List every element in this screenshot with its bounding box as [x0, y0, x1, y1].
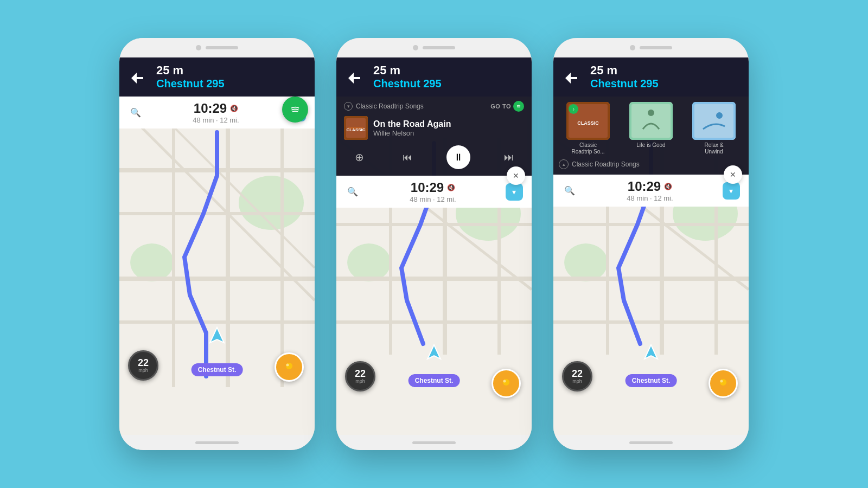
svg-point-59 [720, 380, 723, 383]
car-arrow-icon-2 [426, 344, 442, 362]
sound-icon-1: 🔇 [230, 105, 238, 112]
prev-track-button[interactable]: ⏮ [398, 147, 417, 167]
chevron-up-icon[interactable]: ▴ [559, 159, 569, 169]
spotify-logo [515, 103, 522, 110]
expand-button-3[interactable]: ▾ [723, 182, 740, 200]
nav-header-3: 25 m Chestnut 295 [553, 57, 749, 97]
trip-info-3: 48 min · 12 mi. [627, 194, 673, 202]
car-arrow-icon [209, 326, 225, 346]
time-3: 10:29 [628, 179, 661, 194]
nav-arrow-1 [209, 326, 225, 348]
playlist-item-2[interactable]: Life is Good [622, 102, 680, 155]
phone-top-1 [119, 38, 315, 57]
home-bar-3 [553, 435, 749, 450]
nav-street-2: Chestnut 295 [373, 77, 523, 90]
phone-top-2 [336, 38, 532, 57]
home-pill-2 [412, 441, 456, 444]
screen-3: 25 m Chestnut 295 CLASSIC [553, 57, 749, 435]
bottom-bar-3: 🔍 10:29 🔇 48 min · 12 mi. ▾ [553, 175, 749, 207]
speed-number-1: 22 [138, 358, 149, 368]
street-label-2: Chestnut St. [409, 374, 460, 387]
spotify-fab-1[interactable] [282, 97, 308, 123]
svg-point-35 [503, 380, 506, 383]
playlist-panel-wrapper: CLASSIC ♪ ClassicRoadtrip So... [553, 97, 749, 175]
goto-spotify[interactable]: GO TO [490, 101, 524, 112]
playlist-item-3[interactable]: Relax &Unwind [685, 102, 743, 155]
next-track-button[interactable]: ⏭ [499, 147, 519, 167]
playlist-grid: CLASSIC ♪ ClassicRoadtrip So... [559, 102, 743, 155]
svg-text:CLASSIC: CLASSIC [577, 120, 599, 126]
street-label-1: Chestnut St. [192, 363, 243, 376]
phone-3: 25 m Chestnut 295 CLASSIC [553, 38, 749, 450]
home-bar-2 [336, 435, 532, 450]
music-panel-2: ▾ Classic Roadtrip Songs GO TO [336, 97, 532, 176]
playlist-art-3 [692, 102, 736, 140]
home-bar-1 [119, 435, 315, 450]
track-artist: Willie Nelson [373, 129, 524, 137]
search-button-1[interactable]: 🔍 [128, 105, 143, 120]
speed-number-2: 22 [355, 369, 366, 378]
car-arrow-icon-3 [643, 344, 659, 362]
playlist-item-1[interactable]: CLASSIC ♪ ClassicRoadtrip So... [559, 102, 617, 155]
warning-sign-icon-3 [715, 376, 731, 390]
turn-arrow-icon [128, 66, 150, 88]
svg-point-44 [716, 112, 723, 119]
music-panel-wrapper: ▾ Classic Roadtrip Songs GO TO [336, 97, 532, 176]
playlist-footer: ▴ Classic Roadtrip Songs [559, 159, 743, 169]
camera-dot [196, 45, 201, 50]
music-controls: ⊕ ⏮ ⏸ ⏭ [344, 145, 524, 169]
warning-icon-3 [709, 369, 738, 398]
spotify-small-icon [513, 101, 524, 112]
nav-distance-2: 25 m [373, 64, 523, 77]
svg-rect-43 [694, 104, 733, 138]
close-playlist-button[interactable]: ✕ [724, 165, 742, 184]
speed-unit-1: mph [138, 368, 148, 373]
goto-label: GO TO [490, 103, 511, 110]
track-row: CLASSIC On the Road Again Willie Nelson [344, 116, 524, 140]
phone-2: 25 m Chestnut 295 ▾ Classic Roadtrip Son… [336, 38, 532, 450]
speaker-grille [206, 46, 238, 49]
bottom-bar-2: 🔍 10:29 🔇 48 min · 12 mi. ▾ [336, 176, 532, 208]
expand-button-2[interactable]: ▾ [506, 183, 523, 201]
warning-sign-icon [281, 360, 297, 374]
time-1: 10:29 [194, 101, 227, 116]
svg-marker-56 [644, 345, 658, 359]
time-section-3: 10:29 🔇 48 min · 12 mi. [627, 179, 673, 202]
album-art: CLASSIC [344, 116, 368, 140]
close-music-panel-button[interactable]: ✕ [507, 166, 525, 185]
nav-header-2: 25 m Chestnut 295 [336, 57, 532, 97]
screen-1: 25 m Chestnut 295 [119, 57, 315, 435]
warning-sign-icon-2 [498, 376, 514, 390]
playlist-art-2 [629, 102, 673, 140]
search-button-3[interactable]: 🔍 [562, 183, 577, 198]
warning-icon-1 [275, 352, 304, 382]
speed-number-3: 22 [572, 369, 583, 378]
home-pill-3 [629, 441, 673, 444]
spotify-icon [288, 102, 303, 117]
sound-icon-2: 🔇 [447, 184, 455, 191]
svg-rect-40 [631, 104, 671, 138]
nav-info-1: 25 m Chestnut 295 [156, 64, 306, 90]
playlist-name: Classic Roadtrip Songs [356, 102, 424, 110]
playlist-name-2: Life is Good [636, 142, 665, 149]
home-pill-1 [195, 441, 239, 444]
playlist-label: ▾ Classic Roadtrip Songs [344, 102, 424, 111]
camera-dot-3 [630, 45, 635, 50]
speed-unit-3: mph [572, 378, 582, 384]
time-section-1: 10:29 🔇 48 min · 12 mi. [193, 101, 239, 124]
chevron-down-icon[interactable]: ▾ [344, 102, 353, 111]
street-label-3: Chestnut St. [626, 374, 677, 387]
playlist-name-1: ClassicRoadtrip So... [571, 142, 604, 155]
sound-icon-3: 🔇 [664, 183, 672, 190]
add-to-queue-button[interactable]: ⊕ [349, 147, 369, 167]
search-button-2[interactable]: 🔍 [345, 184, 360, 200]
svg-point-47 [564, 243, 608, 281]
speed-unit-2: mph [355, 378, 365, 384]
warning-icon-2 [492, 369, 521, 398]
playlist-footer-text: Classic Roadtrip Songs [572, 160, 640, 168]
nav-header-1: 25 m Chestnut 295 [119, 57, 315, 97]
trip-info-1: 48 min · 12 mi. [193, 116, 239, 124]
play-pause-button[interactable]: ⏸ [446, 145, 470, 169]
turn-arrow-icon-2 [345, 66, 367, 88]
speed-indicator-3: 22 mph [562, 361, 592, 391]
